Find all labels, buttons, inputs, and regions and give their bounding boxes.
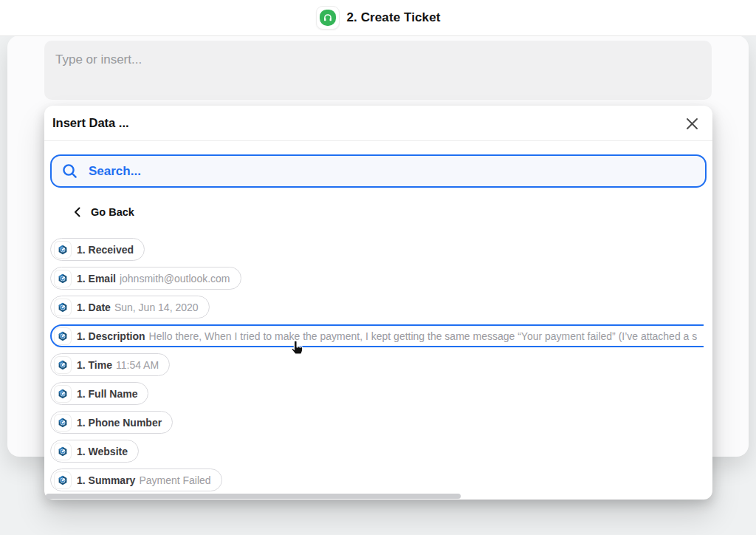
list-item: 1. Description Hello there, When I tried… [50, 324, 704, 347]
list-item: 1. Phone Number [50, 411, 704, 434]
horizontal-scrollbar-track[interactable] [46, 494, 695, 499]
pill-label: 1. Time [77, 359, 112, 371]
parser-app-icon [55, 328, 71, 344]
insert-data-modal: Insert Data ... Go Back [44, 106, 712, 500]
pill-label: 1. Received [77, 244, 134, 256]
close-icon[interactable] [683, 115, 701, 132]
pill-label: 1. Date [77, 301, 111, 313]
parser-app-icon [55, 357, 71, 373]
list-item: 1. Date Sun, Jun 14, 2020 [50, 296, 704, 318]
data-pill[interactable]: 1. Phone Number [50, 411, 173, 434]
search-input[interactable] [87, 163, 705, 180]
app-canvas: 2. Create Ticket Type or insert... Inser… [0, 0, 756, 535]
search-bar[interactable] [50, 154, 707, 188]
pill-value: Payment Failed [139, 474, 210, 486]
parser-app-icon [55, 472, 71, 488]
list-item: 1. Summary Payment Failed [50, 468, 704, 491]
parser-app-icon [55, 270, 71, 287]
pill-value: Sun, Jun 14, 2020 [114, 301, 199, 313]
headphones-icon [320, 10, 336, 26]
pill-label: 1. Summary [77, 474, 135, 486]
type-or-insert-field[interactable]: Type or insert... [44, 41, 712, 100]
modal-title: Insert Data ... [52, 116, 129, 130]
data-pill[interactable]: 1. Date Sun, Jun 14, 2020 [50, 296, 210, 318]
insert-field-placeholder: Type or insert... [55, 52, 142, 67]
parser-app-icon [55, 443, 71, 460]
pill-label: 1. Email [77, 273, 116, 284]
pill-value: johnsmith@outlook.com [120, 273, 230, 284]
chevron-left-icon [74, 207, 80, 217]
step-title: 2. Create Ticket [347, 10, 441, 25]
parser-app-icon [55, 299, 71, 316]
search-icon [62, 163, 78, 180]
helpscout-app-icon [316, 6, 340, 30]
list-item: 1. Full Name [50, 382, 704, 405]
data-pill-list: 1. Received 1. Email [50, 238, 704, 497]
pill-value: 11:54 AM [116, 359, 159, 371]
parser-app-icon [55, 386, 71, 402]
modal-header: Insert Data ... [44, 106, 712, 141]
list-item: 1. Website [50, 440, 704, 463]
parser-app-icon [55, 242, 71, 258]
data-pill[interactable]: 1. Full Name [50, 382, 148, 405]
parser-app-icon [55, 415, 71, 431]
data-pill[interactable]: 1. Email johnsmith@outlook.com [50, 267, 241, 290]
list-item: 1. Received [50, 238, 704, 261]
pill-value: Hello there, When I tried to make the pa… [149, 330, 698, 342]
data-pill[interactable]: 1. Time 11:54 AM [50, 353, 170, 376]
list-item: 1. Time 11:54 AM [50, 353, 704, 376]
go-back-label: Go Back [91, 206, 134, 218]
pill-label: 1. Description [77, 330, 145, 342]
pill-label: 1. Full Name [77, 388, 137, 400]
pill-label: 1. Phone Number [77, 417, 162, 429]
step-header: 2. Create Ticket [0, 0, 756, 36]
data-pill[interactable]: 1. Received [50, 238, 145, 261]
data-pill[interactable]: 1. Description Hello there, When I tried… [50, 324, 704, 347]
horizontal-scrollbar-thumb[interactable] [46, 494, 461, 499]
list-item: 1. Email johnsmith@outlook.com [50, 267, 704, 290]
data-pill[interactable]: 1. Website [50, 440, 139, 463]
data-pill[interactable]: 1. Summary Payment Failed [50, 468, 222, 491]
pill-label: 1. Website [77, 446, 128, 457]
go-back-button[interactable]: Go Back [74, 206, 134, 218]
